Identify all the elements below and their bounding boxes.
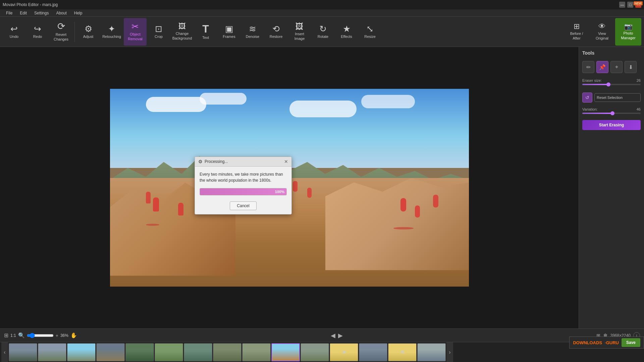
photo-manager-button[interactable]: 📷 PhotoManager NEW: [615, 18, 641, 46]
variation-section: Variation: 46: [582, 107, 641, 114]
toolbar-separator-1: [74, 22, 75, 42]
bottom-toolbar: ⊞ 1:1 🔍 + 36% ✋ ◀ ▶ ⊞ 🗑 3968×2240 i: [0, 328, 644, 342]
figure-1: [153, 197, 159, 212]
brush-tool-button[interactable]: ✏: [582, 61, 594, 73]
cancel-button[interactable]: Cancel: [230, 201, 256, 210]
dialog-header: ⚙ Processing... ✕: [195, 157, 291, 167]
film-thumb-4[interactable]: [96, 343, 125, 361]
change-background-button[interactable]: 🖼 ChangeBackground: [171, 18, 194, 46]
main-area: ⚙ Processing... ✕ Every two minutes, we …: [0, 47, 644, 328]
film-thumb-1[interactable]: [9, 343, 37, 361]
zoom-in-button[interactable]: +: [56, 333, 58, 338]
eraser-size-slider[interactable]: [582, 84, 641, 85]
filmstrip-prev-button[interactable]: ‹: [1, 342, 8, 362]
film-thumb-10[interactable]: [271, 343, 300, 361]
effects-label: Effects: [341, 35, 352, 39]
film-thumb-12[interactable]: ☀: [330, 343, 358, 361]
maximize-button[interactable]: □: [627, 2, 633, 8]
rotate-button[interactable]: ↻ Rotate: [312, 18, 334, 46]
figure-9: [433, 195, 438, 207]
text-label: Text: [202, 36, 209, 40]
retouching-icon: ✦: [108, 24, 115, 33]
prev-frame-button[interactable]: ◀: [331, 332, 335, 339]
canvas-area[interactable]: ⚙ Processing... ✕ Every two minutes, we …: [0, 47, 579, 328]
view-original-button[interactable]: 👁 ViewOriginal: [590, 18, 614, 46]
variation-fill: [582, 113, 612, 114]
fit-zoom-button[interactable]: ⊞: [4, 332, 8, 339]
menubar: File Edit Settings About Help: [0, 9, 644, 17]
resize-button[interactable]: ⤡ Resize: [359, 18, 381, 46]
denoise-label: Denoise: [246, 35, 259, 39]
menu-file[interactable]: File: [3, 10, 16, 16]
progress-text: 100%: [275, 190, 284, 194]
variation-slider[interactable]: [582, 113, 641, 114]
film-thumb-14[interactable]: ☀: [388, 343, 417, 361]
film-thumb-7[interactable]: [184, 343, 212, 361]
zoom-slider[interactable]: [27, 333, 54, 338]
before-after-button[interactable]: ⊞ Before /After: [564, 18, 589, 46]
reset-selection-icon-button[interactable]: ↺: [582, 93, 592, 103]
redo-button[interactable]: ↪ Redo: [26, 18, 49, 46]
object-removal-icon: ✂: [131, 22, 139, 31]
rotate-label: Rotate: [318, 35, 328, 39]
adjust-button[interactable]: ⚙ Adjust: [77, 18, 100, 46]
crop-button[interactable]: ⊡ Crop: [147, 18, 170, 46]
start-erasing-button[interactable]: Start Erasing: [582, 120, 641, 130]
insert-image-button[interactable]: 🖼 InsertImage: [288, 18, 311, 46]
restore-button[interactable]: ⟲ Restore: [265, 18, 287, 46]
text-button[interactable]: T Text: [194, 18, 217, 46]
download-tool-button[interactable]: ⬇: [625, 61, 637, 73]
menu-settings[interactable]: Settings: [31, 10, 52, 16]
change-bg-label: ChangeBackground: [172, 32, 192, 40]
frames-button[interactable]: ▣ Frames: [218, 18, 240, 46]
dialog-title: ⚙ Processing...: [198, 159, 228, 164]
frames-icon: ▣: [225, 24, 233, 33]
film-thumb-2[interactable]: [38, 343, 66, 361]
pan-tool-icon[interactable]: ✋: [70, 332, 77, 339]
film-thumb-13[interactable]: [359, 343, 387, 361]
film-thumb-8[interactable]: [213, 343, 241, 361]
menu-help[interactable]: Help: [71, 10, 86, 16]
save-button[interactable]: Save: [622, 338, 640, 347]
minimize-button[interactable]: —: [619, 2, 625, 8]
undo-button[interactable]: ↩ Undo: [3, 18, 25, 46]
film-thumb-11[interactable]: [301, 343, 329, 361]
object-removal-button[interactable]: ✂ ObjectRemoval: [124, 18, 147, 46]
film-thumb-9[interactable]: [242, 343, 271, 361]
shadow-1: [146, 224, 159, 226]
figure-3: [178, 203, 183, 216]
figure-2: [146, 192, 151, 203]
revert-changes-button[interactable]: ⟳ RevertChanges: [50, 18, 72, 46]
dialog-footer: Cancel: [195, 199, 291, 214]
eraser-size-thumb[interactable]: [606, 82, 610, 86]
undo-icon: ↩: [10, 24, 18, 33]
film-thumb-15[interactable]: [417, 343, 446, 361]
effects-button[interactable]: ★ Effects: [335, 18, 358, 46]
rock-right: [325, 178, 469, 270]
eraser-size-fill: [582, 84, 608, 85]
dialog-message: Every two minutes, we take more pictures…: [200, 171, 287, 183]
nav-controls: ◀ ▶: [331, 332, 343, 339]
menu-about[interactable]: About: [53, 10, 70, 16]
effects-icon: ★: [343, 24, 351, 33]
menu-edit[interactable]: Edit: [16, 10, 30, 16]
denoise-button[interactable]: ≋ Denoise: [241, 18, 264, 46]
downloads-banner: DOWNLOADS ·GURU Save: [569, 337, 644, 349]
next-frame-button[interactable]: ▶: [338, 332, 343, 339]
zoom-out-button[interactable]: 🔍: [18, 332, 25, 339]
pin-tool-button[interactable]: 📌: [596, 61, 608, 73]
frames-label: Frames: [223, 35, 235, 39]
lasso-tool-button[interactable]: ⌖: [610, 61, 623, 73]
filmstrip-next-button[interactable]: ›: [446, 342, 453, 362]
right-panel: Tools ✏ 📌 ⌖ ⬇ Eraser size: 26 ↺ Reset Se…: [579, 47, 644, 328]
dialog-close-button[interactable]: ✕: [284, 159, 288, 164]
film-thumb-5[interactable]: [125, 343, 154, 361]
titlebar: Movavi Photo Editor - mars.jpg — □ ✕: [0, 0, 644, 9]
window-title: Movavi Photo Editor - mars.jpg: [3, 2, 58, 7]
retouching-button[interactable]: ✦ Retouching: [100, 18, 123, 46]
film-thumb-6[interactable]: [155, 343, 183, 361]
film-thumb-3[interactable]: [67, 343, 96, 361]
reset-selection-button[interactable]: Reset Selection: [594, 93, 641, 102]
variation-thumb[interactable]: [610, 111, 614, 115]
photo-manager-icon: 📷: [624, 23, 633, 30]
